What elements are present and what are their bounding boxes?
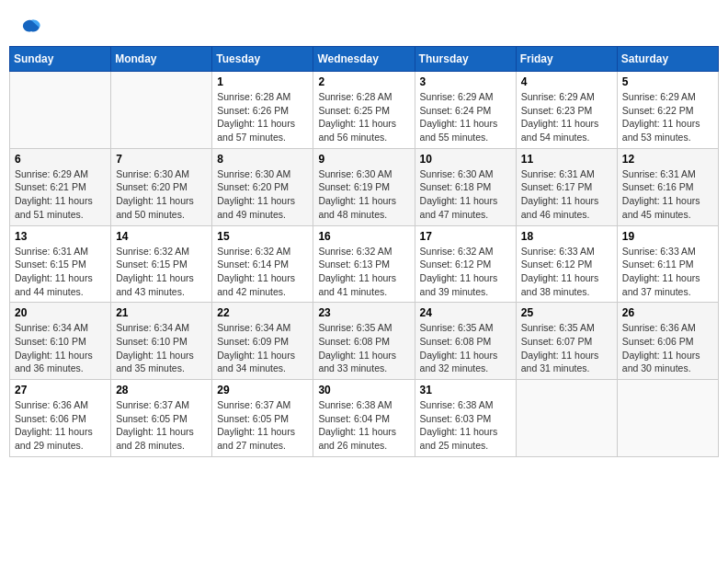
calendar-cell: 16Sunrise: 6:32 AM Sunset: 6:13 PM Dayli… (313, 225, 415, 303)
week-row-3: 20Sunrise: 6:34 AM Sunset: 6:10 PM Dayli… (10, 303, 719, 380)
calendar-cell: 13Sunrise: 6:31 AM Sunset: 6:15 PM Dayli… (10, 225, 111, 303)
calendar-cell: 9Sunrise: 6:30 AM Sunset: 6:19 PM Daylig… (313, 148, 415, 225)
calendar-cell: 18Sunrise: 6:33 AM Sunset: 6:12 PM Dayli… (516, 225, 617, 303)
week-row-2: 13Sunrise: 6:31 AM Sunset: 6:15 PM Dayli… (10, 225, 719, 303)
day-number: 18 (521, 230, 612, 243)
day-info: Sunrise: 6:29 AM Sunset: 6:24 PM Dayligh… (420, 90, 511, 144)
day-info: Sunrise: 6:37 AM Sunset: 6:05 PM Dayligh… (217, 398, 308, 453)
day-info: Sunrise: 6:28 AM Sunset: 6:26 PM Dayligh… (217, 90, 308, 144)
weekday-header-wednesday: Wednesday (313, 47, 415, 72)
week-row-1: 6Sunrise: 6:29 AM Sunset: 6:21 PM Daylig… (10, 148, 719, 225)
day-number: 10 (420, 153, 511, 166)
day-number: 2 (318, 75, 409, 88)
day-number: 17 (420, 230, 511, 243)
day-info: Sunrise: 6:34 AM Sunset: 6:10 PM Dayligh… (15, 321, 106, 375)
calendar-cell: 4Sunrise: 6:29 AM Sunset: 6:23 PM Daylig… (516, 72, 617, 149)
day-number: 26 (622, 306, 713, 319)
day-number: 11 (521, 153, 612, 166)
weekday-header-friday: Friday (516, 47, 617, 72)
day-info: Sunrise: 6:28 AM Sunset: 6:25 PM Dayligh… (318, 90, 409, 144)
day-info: Sunrise: 6:34 AM Sunset: 6:09 PM Dayligh… (217, 321, 308, 375)
day-info: Sunrise: 6:32 AM Sunset: 6:15 PM Dayligh… (116, 245, 207, 299)
calendar-cell: 5Sunrise: 6:29 AM Sunset: 6:22 PM Daylig… (617, 72, 718, 149)
day-info: Sunrise: 6:30 AM Sunset: 6:18 PM Dayligh… (420, 167, 511, 222)
calendar-cell: 10Sunrise: 6:30 AM Sunset: 6:18 PM Dayli… (415, 148, 516, 225)
weekday-header-tuesday: Tuesday (212, 47, 313, 72)
day-number: 13 (15, 230, 106, 243)
calendar-cell (516, 380, 617, 457)
calendar-cell: 24Sunrise: 6:35 AM Sunset: 6:08 PM Dayli… (415, 303, 516, 380)
day-number: 1 (217, 75, 308, 88)
day-info: Sunrise: 6:33 AM Sunset: 6:11 PM Dayligh… (622, 245, 713, 299)
day-info: Sunrise: 6:29 AM Sunset: 6:22 PM Dayligh… (622, 90, 713, 144)
day-number: 21 (116, 306, 207, 319)
calendar-cell: 21Sunrise: 6:34 AM Sunset: 6:10 PM Dayli… (111, 303, 212, 380)
calendar-cell: 31Sunrise: 6:38 AM Sunset: 6:03 PM Dayli… (415, 380, 516, 457)
calendar-header-row: SundayMondayTuesdayWednesdayThursdayFrid… (10, 47, 719, 72)
calendar-cell: 3Sunrise: 6:29 AM Sunset: 6:24 PM Daylig… (415, 72, 516, 149)
day-info: Sunrise: 6:30 AM Sunset: 6:20 PM Dayligh… (217, 167, 308, 222)
calendar-cell: 7Sunrise: 6:30 AM Sunset: 6:20 PM Daylig… (111, 148, 212, 225)
day-info: Sunrise: 6:31 AM Sunset: 6:17 PM Dayligh… (521, 167, 612, 222)
week-row-0: 1Sunrise: 6:28 AM Sunset: 6:26 PM Daylig… (10, 72, 719, 149)
weekday-header-monday: Monday (111, 47, 212, 72)
calendar-cell (617, 380, 718, 457)
weekday-header-saturday: Saturday (617, 47, 718, 72)
logo (18, 17, 42, 39)
day-number: 30 (318, 384, 409, 396)
day-number: 3 (420, 75, 511, 88)
day-info: Sunrise: 6:36 AM Sunset: 6:06 PM Dayligh… (622, 321, 713, 375)
day-info: Sunrise: 6:38 AM Sunset: 6:04 PM Dayligh… (318, 398, 409, 453)
day-number: 8 (217, 153, 308, 166)
day-info: Sunrise: 6:31 AM Sunset: 6:15 PM Dayligh… (15, 245, 106, 299)
calendar-cell: 29Sunrise: 6:37 AM Sunset: 6:05 PM Dayli… (212, 380, 313, 457)
calendar-cell: 20Sunrise: 6:34 AM Sunset: 6:10 PM Dayli… (10, 303, 111, 380)
calendar-cell: 6Sunrise: 6:29 AM Sunset: 6:21 PM Daylig… (10, 148, 111, 225)
day-number: 15 (217, 230, 308, 243)
calendar-cell: 22Sunrise: 6:34 AM Sunset: 6:09 PM Dayli… (212, 303, 313, 380)
day-number: 20 (15, 306, 106, 319)
calendar-cell: 1Sunrise: 6:28 AM Sunset: 6:26 PM Daylig… (212, 72, 313, 149)
day-info: Sunrise: 6:38 AM Sunset: 6:03 PM Dayligh… (420, 398, 511, 453)
calendar-cell: 12Sunrise: 6:31 AM Sunset: 6:16 PM Dayli… (617, 148, 718, 225)
day-info: Sunrise: 6:35 AM Sunset: 6:07 PM Dayligh… (521, 321, 612, 375)
calendar-cell: 30Sunrise: 6:38 AM Sunset: 6:04 PM Dayli… (313, 380, 415, 457)
calendar-cell: 2Sunrise: 6:28 AM Sunset: 6:25 PM Daylig… (313, 72, 415, 149)
day-number: 12 (622, 153, 713, 166)
day-number: 19 (622, 230, 713, 243)
calendar-cell: 23Sunrise: 6:35 AM Sunset: 6:08 PM Dayli… (313, 303, 415, 380)
day-info: Sunrise: 6:33 AM Sunset: 6:12 PM Dayligh… (521, 245, 612, 299)
day-number: 9 (318, 153, 409, 166)
day-info: Sunrise: 6:29 AM Sunset: 6:21 PM Dayligh… (15, 167, 106, 222)
day-info: Sunrise: 6:34 AM Sunset: 6:10 PM Dayligh… (116, 321, 207, 375)
logo-bird-icon (20, 17, 42, 39)
day-info: Sunrise: 6:35 AM Sunset: 6:08 PM Dayligh… (420, 321, 511, 375)
day-number: 14 (116, 230, 207, 243)
weekday-header-thursday: Thursday (415, 47, 516, 72)
calendar-cell: 11Sunrise: 6:31 AM Sunset: 6:17 PM Dayli… (516, 148, 617, 225)
day-number: 5 (622, 75, 713, 88)
day-number: 6 (15, 153, 106, 166)
day-info: Sunrise: 6:30 AM Sunset: 6:20 PM Dayligh… (116, 167, 207, 222)
page-header (9, 9, 719, 39)
calendar-cell (10, 72, 111, 149)
day-info: Sunrise: 6:32 AM Sunset: 6:13 PM Dayligh… (318, 245, 409, 299)
day-number: 23 (318, 306, 409, 319)
day-info: Sunrise: 6:35 AM Sunset: 6:08 PM Dayligh… (318, 321, 409, 375)
day-info: Sunrise: 6:32 AM Sunset: 6:14 PM Dayligh… (217, 245, 308, 299)
day-number: 28 (116, 384, 207, 396)
calendar-cell: 25Sunrise: 6:35 AM Sunset: 6:07 PM Dayli… (516, 303, 617, 380)
day-info: Sunrise: 6:29 AM Sunset: 6:23 PM Dayligh… (521, 90, 612, 144)
calendar-cell: 15Sunrise: 6:32 AM Sunset: 6:14 PM Dayli… (212, 225, 313, 303)
day-number: 4 (521, 75, 612, 88)
day-info: Sunrise: 6:32 AM Sunset: 6:12 PM Dayligh… (420, 245, 511, 299)
calendar-cell: 14Sunrise: 6:32 AM Sunset: 6:15 PM Dayli… (111, 225, 212, 303)
day-info: Sunrise: 6:37 AM Sunset: 6:05 PM Dayligh… (116, 398, 207, 453)
calendar-table: SundayMondayTuesdayWednesdayThursdayFrid… (9, 46, 719, 457)
day-info: Sunrise: 6:31 AM Sunset: 6:16 PM Dayligh… (622, 167, 713, 222)
day-number: 22 (217, 306, 308, 319)
day-number: 16 (318, 230, 409, 243)
weekday-header-sunday: Sunday (10, 47, 111, 72)
day-info: Sunrise: 6:36 AM Sunset: 6:06 PM Dayligh… (15, 398, 106, 453)
day-number: 27 (15, 384, 106, 396)
